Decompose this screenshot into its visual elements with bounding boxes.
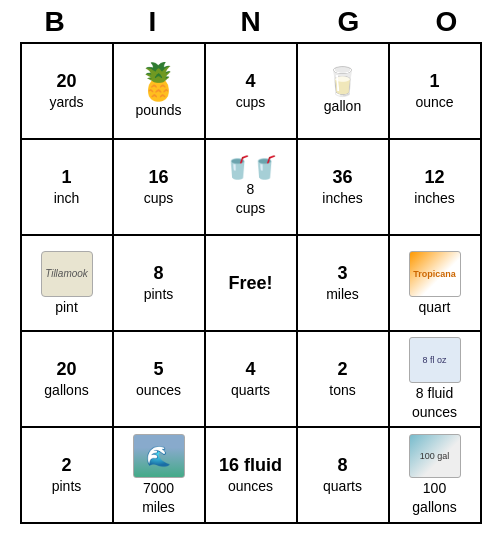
img-100gal: 100 gal xyxy=(409,434,461,478)
cell-r3-c0: 20gallons xyxy=(22,332,114,428)
cell-line1: 12 xyxy=(424,167,444,189)
cell-r3-c3: 2tons xyxy=(298,332,390,428)
header-n: N xyxy=(206,6,296,38)
cell-r1-c2: 🥤🥤8cups xyxy=(206,140,298,236)
cell-line2: inches xyxy=(322,190,362,207)
cell-label: pounds xyxy=(136,102,182,119)
cell-line1: 3 xyxy=(337,263,347,285)
cell-r3-c2: 4quarts xyxy=(206,332,298,428)
cell-r2-c3: 3miles xyxy=(298,236,390,332)
header-i: I xyxy=(108,6,198,38)
cell-label: 8 xyxy=(247,181,255,198)
cell-r0-c1: 🍍pounds xyxy=(114,44,206,140)
bingo-header: B I N G O xyxy=(6,0,496,42)
cell-r0-c0: 20yards xyxy=(22,44,114,140)
cell-line1: 8 xyxy=(153,263,163,285)
cell-line1: 5 xyxy=(153,359,163,381)
header-o: O xyxy=(402,6,492,38)
cell-line1: 2 xyxy=(337,359,347,381)
cell-r1-c1: 16cups xyxy=(114,140,206,236)
cell-line2: tons xyxy=(329,382,355,399)
cell-line2: quarts xyxy=(231,382,270,399)
cell-line2: pints xyxy=(52,478,82,495)
cell-label: ounces xyxy=(412,404,457,421)
img-tillamook: Tillamook xyxy=(41,251,93,297)
cell-line1: 2 xyxy=(61,455,71,477)
img-pineapple: 🍍 xyxy=(136,64,181,100)
cell-r4-c3: 8quarts xyxy=(298,428,390,524)
cell-line2: inches xyxy=(414,190,454,207)
cell-r4-c0: 2pints xyxy=(22,428,114,524)
cell-line2: quarts xyxy=(323,478,362,495)
cell-r3-c4: 8 fl oz8 fluidounces xyxy=(390,332,482,428)
cell-line2: pints xyxy=(144,286,174,303)
img-cups-blue: 🥤🥤 xyxy=(224,157,278,179)
cell-label: gallon xyxy=(324,98,361,115)
cell-line2: ounces xyxy=(136,382,181,399)
cell-line1: 16 xyxy=(148,167,168,189)
cell-line1: 4 xyxy=(245,359,255,381)
cell-line2: gallons xyxy=(44,382,88,399)
cell-r2-c1: 8pints xyxy=(114,236,206,332)
cell-line1: 8 xyxy=(337,455,347,477)
cell-line1: 20 xyxy=(56,359,76,381)
cell-r3-c1: 5ounces xyxy=(114,332,206,428)
cell-r2-c2: Free! xyxy=(206,236,298,332)
cell-line2: ounces xyxy=(228,478,273,495)
cell-line2: inch xyxy=(54,190,80,207)
bingo-grid: 20yards🍍pounds4cups🥛gallon1ounce1inch16c… xyxy=(20,42,482,524)
cell-line2: miles xyxy=(326,286,359,303)
cell-line1: 20 xyxy=(56,71,76,93)
free-space: Free! xyxy=(228,273,272,294)
img-miles: 🌊 xyxy=(133,434,185,478)
cell-label: 100 xyxy=(423,480,446,497)
cell-r0-c4: 1ounce xyxy=(390,44,482,140)
cell-r2-c4: Tropicanaquart xyxy=(390,236,482,332)
cell-label: cups xyxy=(236,200,266,217)
cell-line2: cups xyxy=(144,190,174,207)
cell-line2: yards xyxy=(49,94,83,111)
cell-r2-c0: Tillamookpint xyxy=(22,236,114,332)
cell-label: 7000 xyxy=(143,480,174,497)
cell-r0-c2: 4cups xyxy=(206,44,298,140)
header-g: G xyxy=(304,6,394,38)
cell-line1: 1 xyxy=(429,71,439,93)
cell-r1-c4: 12inches xyxy=(390,140,482,236)
cell-line2: ounce xyxy=(415,94,453,111)
cell-label: 8 fluid xyxy=(416,385,453,402)
cell-line1: 4 xyxy=(245,71,255,93)
cell-r4-c1: 🌊7000miles xyxy=(114,428,206,524)
header-b: B xyxy=(10,6,100,38)
img-gallon: 🥛 xyxy=(325,68,360,96)
cell-label: quart xyxy=(419,299,451,316)
cell-label: pint xyxy=(55,299,78,316)
cell-r4-c2: 16 fluidounces xyxy=(206,428,298,524)
cell-r4-c4: 100 gal100gallons xyxy=(390,428,482,524)
cell-r1-c0: 1inch xyxy=(22,140,114,236)
cell-line1: 16 fluid xyxy=(219,455,282,477)
img-fluid-oz: 8 fl oz xyxy=(409,337,461,383)
cell-line1: 36 xyxy=(332,167,352,189)
img-tropicana: Tropicana xyxy=(409,251,461,297)
cell-label: miles xyxy=(142,499,175,516)
cell-line2: cups xyxy=(236,94,266,111)
cell-r0-c3: 🥛gallon xyxy=(298,44,390,140)
cell-label: gallons xyxy=(412,499,456,516)
cell-r1-c3: 36inches xyxy=(298,140,390,236)
cell-line1: 1 xyxy=(61,167,71,189)
